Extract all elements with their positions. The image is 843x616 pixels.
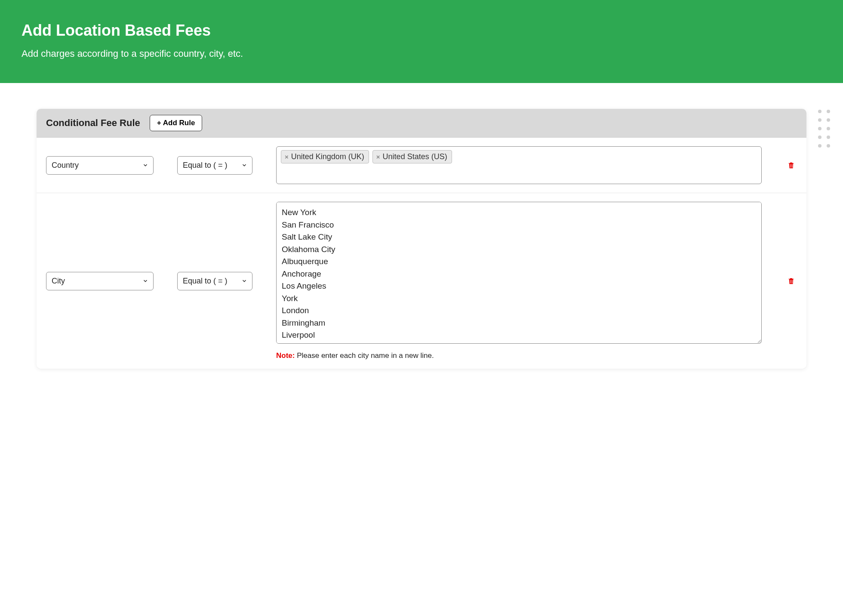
page-title: Add Location Based Fees (22, 22, 821, 40)
note-body: Please enter each city name in a new lin… (295, 351, 434, 360)
rule-row: Country Equal to ( = ) × United Kingdom … (37, 138, 806, 193)
field-select[interactable]: City (46, 272, 154, 290)
field-select[interactable]: Country (46, 156, 154, 175)
operator-select-wrap: Equal to ( = ) (177, 272, 252, 290)
rule-card: Conditional Fee Rule + Add Rule Country … (37, 109, 806, 369)
operator-select[interactable]: Equal to ( = ) (177, 272, 252, 290)
value-column: × United Kingdom (UK) × United States (U… (276, 146, 762, 184)
value-column: Note: Please enter each city name in a n… (276, 202, 762, 360)
note-text: Note: Please enter each city name in a n… (276, 351, 762, 360)
rule-row: City Equal to ( = ) Note: Please enter e… (37, 193, 806, 369)
field-select-wrap: City (46, 272, 154, 290)
field-select-wrap: Country (46, 156, 154, 175)
tag-item: × United States (US) (372, 150, 452, 163)
page-subtitle: Add charges according to a specific coun… (22, 48, 821, 59)
card-header: Conditional Fee Rule + Add Rule (37, 109, 806, 138)
note-label: Note: (276, 351, 295, 360)
remove-tag-icon[interactable]: × (285, 153, 289, 160)
operator-select-wrap: Equal to ( = ) (177, 156, 252, 175)
decoration-dots (818, 110, 830, 148)
trash-icon (787, 160, 795, 170)
city-textarea[interactable] (276, 202, 762, 344)
tag-label: United Kingdom (UK) (291, 152, 364, 161)
remove-tag-icon[interactable]: × (376, 153, 381, 160)
card-title: Conditional Fee Rule (46, 117, 140, 129)
add-rule-button[interactable]: + Add Rule (150, 115, 203, 131)
delete-rule-button[interactable] (785, 159, 797, 172)
tag-item: × United Kingdom (UK) (281, 150, 369, 163)
page-header: Add Location Based Fees Add charges acco… (0, 0, 843, 83)
operator-select[interactable]: Equal to ( = ) (177, 156, 252, 175)
trash-icon (787, 276, 795, 286)
tag-label: United States (US) (383, 152, 447, 161)
delete-rule-button[interactable] (785, 274, 797, 287)
tag-input[interactable]: × United Kingdom (UK) × United States (U… (276, 146, 762, 184)
